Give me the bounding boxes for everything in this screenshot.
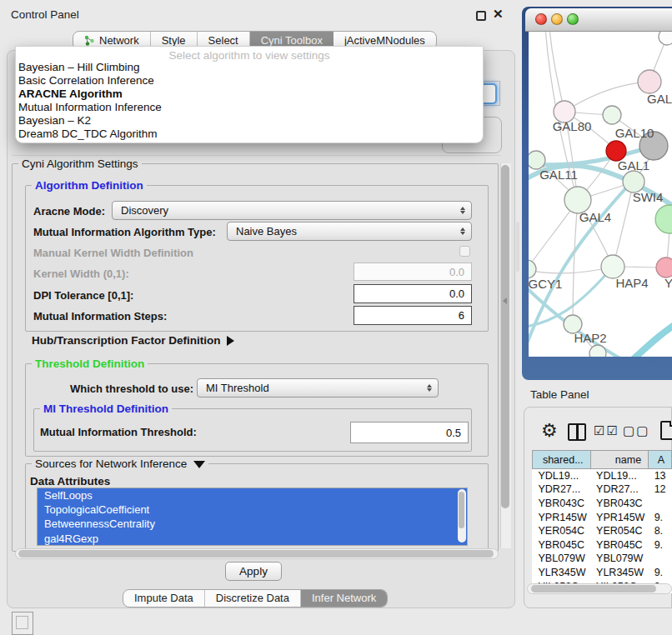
- dock-panel-icon[interactable]: [12, 612, 33, 635]
- algorithm-option[interactable]: Dream8 DC_TDC Algorithm: [16, 128, 483, 141]
- network-node-hap4[interactable]: [601, 255, 624, 278]
- new-table-icon[interactable]: [660, 421, 672, 440]
- tab-infer-network[interactable]: Infer Network: [301, 590, 387, 607]
- data-attribute-item[interactable]: BetweennessCentrality: [38, 517, 467, 531]
- table-cell[interactable]: 8.: [649, 524, 672, 538]
- node-table[interactable]: shared...nameA YDL19...YDL19...13YDR27..…: [532, 450, 672, 593]
- settings-hscrollbar-thumb[interactable]: [18, 550, 494, 558]
- algorithm-dropdown-placeholder: Select algorithm to view settings: [16, 47, 483, 61]
- network-node-gal11[interactable]: [529, 151, 545, 169]
- kernel-width-input[interactable]: 0.0: [354, 262, 472, 281]
- table-settings-gear-icon[interactable]: ⚙: [541, 420, 558, 441]
- data-attribute-item[interactable]: TopologicalCoefficient: [38, 502, 467, 517]
- algorithm-option[interactable]: Bayesian – K2: [16, 114, 483, 128]
- stepper-icon: [427, 379, 432, 397]
- table-cell[interactable]: YDR27...: [590, 482, 649, 497]
- network-node-labels: GALGAL80GAL10GAL1GAL11SWI4GAL4GCY1HAP4YH…: [529, 92, 672, 345]
- network-node[interactable]: [659, 32, 672, 45]
- data-attribute-item[interactable]: gal4RGexp: [38, 532, 467, 546]
- algorithm-option[interactable]: Basic Correlation Inference: [16, 74, 483, 88]
- table-cell[interactable]: 9.: [649, 566, 672, 580]
- which-threshold-select[interactable]: MI Threshold: [197, 378, 439, 398]
- tab-impute-data[interactable]: Impute Data: [123, 590, 205, 607]
- table-cell[interactable]: 12: [649, 482, 672, 497]
- table-cell[interactable]: YDL19...: [533, 469, 591, 483]
- mi-steps-input[interactable]: 6: [354, 306, 472, 325]
- network-node[interactable]: [603, 106, 621, 124]
- split-columns-icon[interactable]: [568, 423, 586, 441]
- network-node-y[interactable]: [656, 258, 672, 278]
- table-cell[interactable]: YBL079W: [533, 552, 591, 566]
- table-cell[interactable]: YBR043C: [533, 497, 591, 511]
- column-header-name[interactable]: name: [590, 451, 649, 469]
- node-label: Y: [664, 276, 672, 290]
- network-node-gcy1[interactable]: [529, 260, 536, 278]
- algorithm-option[interactable]: ARACNE Algorithm: [16, 88, 483, 101]
- table-cell[interactable]: 9.: [649, 538, 672, 552]
- table-row[interactable]: YBL079WYBL079W: [533, 552, 672, 566]
- table-row[interactable]: YER054CYER054C8.: [533, 524, 672, 538]
- dpi-tolerance-label: DPI Tolerance [0,1]:: [33, 289, 133, 302]
- table-cell[interactable]: 13: [649, 469, 672, 483]
- table-cell[interactable]: 9.: [649, 510, 672, 524]
- table-hscrollbar-thumb[interactable]: [531, 585, 656, 592]
- table-cell[interactable]: [649, 552, 672, 566]
- dpi-tolerance-input[interactable]: 0.0: [354, 284, 472, 303]
- table-row[interactable]: YBR045CYBR045C9.: [533, 538, 672, 552]
- network-window-titlebar[interactable]: [525, 8, 672, 32]
- float-panel-icon[interactable]: [476, 11, 486, 21]
- column-header-a[interactable]: A: [649, 451, 672, 469]
- tab-discretize-data[interactable]: Discretize Data: [205, 590, 301, 607]
- close-window-icon[interactable]: [535, 13, 547, 25]
- splitpane-handle[interactable]: [516, 222, 519, 272]
- table-cell[interactable]: YPR145W: [533, 510, 591, 524]
- table-row[interactable]: YDL19...YDL19...13: [533, 469, 672, 483]
- table-cell[interactable]: YPR145W: [590, 510, 649, 524]
- data-attribute-item[interactable]: SelfLoops: [38, 488, 467, 502]
- table-row[interactable]: YPR145WYPR145W9.: [533, 510, 672, 524]
- collapse-arrow-icon[interactable]: [193, 461, 205, 468]
- table-cell[interactable]: YLR345W: [590, 566, 649, 580]
- threshold-definition-legend: Threshold Definition: [32, 358, 148, 370]
- apply-button[interactable]: Apply: [225, 562, 282, 581]
- network-node[interactable]: [589, 345, 606, 357]
- attributes-scrollbar-thumb[interactable]: [459, 492, 464, 528]
- table-cell[interactable]: YBL079W: [590, 552, 649, 566]
- column-header-shared[interactable]: shared...: [533, 451, 591, 469]
- table-row[interactable]: YLR345WYLR345W9.: [533, 566, 672, 580]
- table-cell[interactable]: [649, 497, 672, 511]
- node-label: GCY1: [529, 277, 562, 291]
- table-cell[interactable]: YDR27...: [533, 482, 591, 497]
- settings-scrollbar-thumb[interactable]: [501, 165, 509, 508]
- which-threshold-value: MI Threshold: [206, 382, 269, 394]
- expand-arrow-icon[interactable]: [227, 336, 234, 346]
- node-label: HAP4: [615, 276, 648, 290]
- hub-section-toggle[interactable]: Hub/Transcription Factor Definition: [32, 334, 234, 347]
- manual-kernel-label: Manual Kernel Width Definition: [33, 247, 193, 259]
- network-canvas[interactable]: GALGAL80GAL10GAL1GAL11SWI4GAL4GCY1HAP4YH…: [529, 32, 672, 357]
- table-cell[interactable]: YBR045C: [590, 538, 649, 552]
- table-cell[interactable]: YDL19...: [590, 469, 649, 483]
- algorithm-option[interactable]: Bayesian – Hill Climbing: [16, 61, 483, 74]
- manual-kernel-checkbox[interactable]: [459, 246, 470, 257]
- minimize-window-icon[interactable]: [551, 13, 563, 25]
- mi-threshold-input[interactable]: 0.5: [350, 422, 469, 443]
- network-node-gal[interactable]: [638, 70, 661, 93]
- sources-legend[interactable]: Sources for Network Inference: [32, 458, 208, 470]
- deselect-columns-icon[interactable]: ▢▢: [623, 423, 649, 438]
- table-cell[interactable]: YBR043C: [590, 497, 649, 511]
- table-cell[interactable]: YLR345W: [533, 566, 591, 580]
- mi-type-select[interactable]: Naive Bayes: [227, 222, 472, 241]
- select-all-columns-icon[interactable]: ☑☑: [594, 423, 619, 438]
- zoom-window-icon[interactable]: [567, 13, 579, 25]
- aracne-mode-select[interactable]: Discovery: [112, 201, 472, 220]
- table-cell[interactable]: YER054C: [590, 524, 649, 538]
- splitpane-collapse-arrow[interactable]: [503, 298, 507, 304]
- close-panel-icon[interactable]: ✕: [493, 7, 504, 22]
- algorithm-option[interactable]: Mutual Information Inference: [16, 101, 483, 114]
- table-cell[interactable]: YER054C: [533, 524, 591, 538]
- table-cell[interactable]: YBR045C: [533, 538, 591, 552]
- network-node[interactable]: [655, 205, 672, 233]
- table-row[interactable]: YDR27...YDR27...12: [533, 482, 672, 497]
- table-row[interactable]: YBR043CYBR043C: [533, 497, 672, 511]
